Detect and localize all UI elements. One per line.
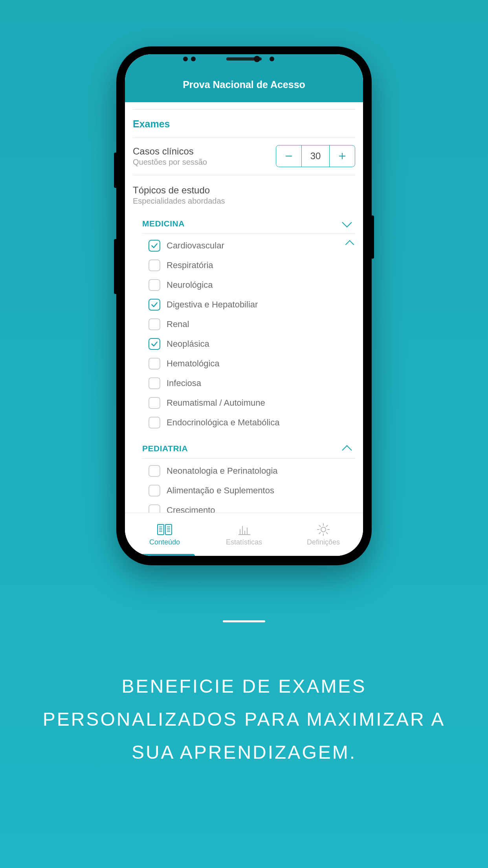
svg-rect-3 bbox=[158, 524, 164, 535]
topic-item[interactable]: Crescimento bbox=[142, 500, 355, 513]
specialty-header[interactable]: MEDICINA bbox=[142, 215, 355, 234]
bottom-nav: Conteúdo Estatísticas Definições bbox=[125, 513, 363, 556]
cases-label: Casos clínicos bbox=[133, 146, 207, 157]
specialty-section: PEDIATRIANeonatologia e PerinatologiaAli… bbox=[142, 440, 355, 513]
topic-checkbox[interactable] bbox=[149, 397, 160, 409]
stats-icon bbox=[236, 522, 252, 537]
content: Exames Casos clínicos Questões por sessã… bbox=[125, 102, 363, 513]
chevron-up-icon bbox=[342, 445, 352, 455]
topic-item[interactable]: Digestiva e Hepatobiliar bbox=[142, 295, 355, 314]
svg-line-23 bbox=[319, 525, 321, 527]
topic-item[interactable]: Reumatismal / Autoimune bbox=[142, 393, 355, 413]
topic-label: Alimentação e Suplementos bbox=[167, 485, 274, 496]
topic-label: Crescimento bbox=[167, 505, 215, 513]
topic-list: CardiovascularRespiratóriaNeurológicaDig… bbox=[142, 234, 355, 432]
nav-estatisticas[interactable]: Estatísticas bbox=[204, 513, 284, 556]
specialty-name: PEDIATRIA bbox=[142, 444, 188, 453]
topic-label: Reumatismal / Autoimune bbox=[167, 398, 265, 408]
topic-label: Neurológica bbox=[167, 280, 213, 290]
topic-checkbox[interactable] bbox=[149, 318, 160, 330]
screen: Prova Nacional de Acesso Exames Casos cl… bbox=[125, 54, 363, 556]
topic-checkbox[interactable] bbox=[149, 417, 160, 428]
topic-label: Endocrinológica e Metabólica bbox=[167, 417, 279, 428]
topic-item[interactable]: Neoplásica bbox=[142, 334, 355, 354]
topic-checkbox[interactable] bbox=[149, 299, 160, 311]
topic-label: Digestiva e Hepatobiliar bbox=[167, 300, 258, 310]
stepper-plus[interactable] bbox=[330, 145, 355, 167]
marketing-text: BENEFICIE DE EXAMES PERSONALIZADOS PARA … bbox=[0, 670, 488, 769]
app-header: Prova Nacional de Acesso bbox=[125, 54, 363, 102]
marketing-divider bbox=[223, 620, 265, 622]
topic-checkbox[interactable] bbox=[149, 485, 160, 497]
svg-rect-4 bbox=[165, 524, 172, 535]
topic-item[interactable]: Respiratória bbox=[142, 256, 355, 275]
app-title: Prova Nacional de Acesso bbox=[183, 79, 305, 90]
topic-checkbox[interactable] bbox=[149, 240, 160, 252]
specialty-header[interactable]: PEDIATRIA bbox=[142, 440, 355, 459]
topic-list: Neonatologia e PerinatologiaAlimentação … bbox=[142, 459, 355, 513]
minus-icon bbox=[284, 151, 294, 161]
topic-checkbox[interactable] bbox=[149, 279, 160, 291]
svg-line-24 bbox=[326, 532, 328, 534]
plus-icon bbox=[338, 151, 347, 161]
topic-item[interactable]: Neurológica bbox=[142, 275, 355, 295]
specialty-section: MEDICINACardiovascularRespiratóriaNeurol… bbox=[142, 215, 355, 432]
cases-sublabel: Questões por sessão bbox=[133, 158, 207, 167]
topic-item[interactable]: Alimentação e Suplementos bbox=[142, 481, 355, 500]
book-icon bbox=[157, 522, 172, 537]
specialty-name: MEDICINA bbox=[142, 219, 185, 228]
topics-label: Tópicos de estudo bbox=[133, 185, 355, 196]
topic-label: Cardiovascular bbox=[167, 241, 224, 251]
section-exams-title: Exames bbox=[133, 110, 355, 138]
phone-side-button bbox=[114, 239, 116, 294]
nav-label: Conteúdo bbox=[149, 538, 180, 546]
topic-item[interactable]: Hematológica bbox=[142, 354, 355, 373]
topic-item[interactable]: Neonatologia e Perinatologia bbox=[142, 461, 355, 481]
nav-label: Estatísticas bbox=[226, 538, 262, 546]
topic-label: Renal bbox=[167, 319, 189, 329]
topic-item[interactable]: Endocrinológica e Metabólica bbox=[142, 413, 355, 432]
topic-checkbox[interactable] bbox=[149, 377, 160, 389]
topic-label: Infeciosa bbox=[167, 378, 201, 388]
topics-sublabel: Especialidades abordadas bbox=[133, 197, 355, 206]
stepper-minus[interactable] bbox=[276, 145, 301, 167]
topic-item[interactable]: Renal bbox=[142, 314, 355, 334]
topic-checkbox[interactable] bbox=[149, 259, 160, 271]
quantity-stepper: 30 bbox=[276, 145, 355, 167]
svg-line-26 bbox=[326, 525, 328, 527]
topic-label: Respiratória bbox=[167, 260, 213, 270]
topic-item[interactable]: Infeciosa bbox=[142, 373, 355, 393]
topic-label: Hematológica bbox=[167, 359, 220, 369]
topic-checkbox[interactable] bbox=[149, 504, 160, 513]
topic-label: Neonatologia e Perinatologia bbox=[167, 466, 278, 476]
nav-definicoes[interactable]: Definições bbox=[284, 513, 363, 556]
nav-conteudo[interactable]: Conteúdo bbox=[125, 513, 204, 556]
gear-icon bbox=[316, 522, 331, 537]
topics-header: Tópicos de estudo Especialidades abordad… bbox=[133, 175, 355, 208]
topic-checkbox[interactable] bbox=[149, 358, 160, 370]
topic-checkbox[interactable] bbox=[149, 465, 160, 477]
svg-point-18 bbox=[321, 527, 326, 532]
topic-checkbox[interactable] bbox=[149, 338, 160, 350]
phone-frame: Prova Nacional de Acesso Exames Casos cl… bbox=[116, 46, 372, 565]
svg-line-25 bbox=[319, 532, 321, 534]
chevron-down-icon bbox=[342, 217, 352, 227]
nav-label: Definições bbox=[307, 538, 340, 546]
chevron-up-icon[interactable] bbox=[345, 240, 354, 249]
topic-item[interactable]: Cardiovascular bbox=[142, 236, 355, 256]
stepper-value: 30 bbox=[301, 145, 330, 167]
row-casos-clinicos: Casos clínicos Questões por sessão 30 bbox=[133, 138, 355, 175]
topic-label: Neoplásica bbox=[167, 339, 209, 349]
